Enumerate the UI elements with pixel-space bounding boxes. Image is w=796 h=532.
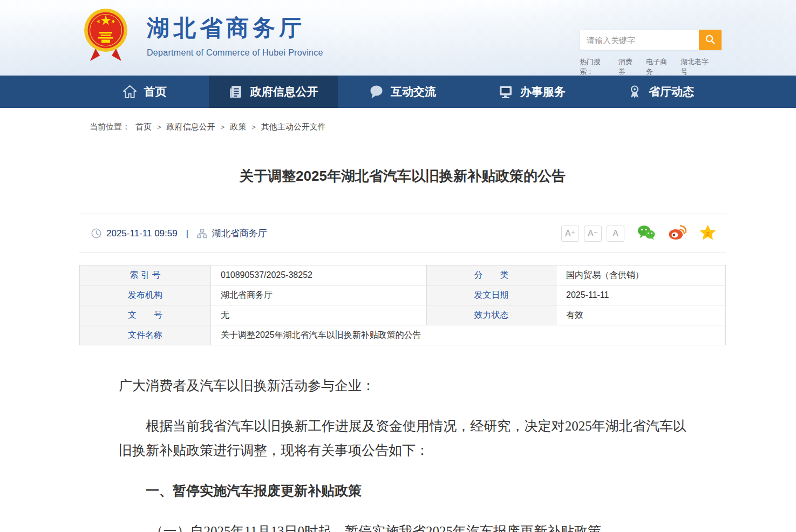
article-body: 广大消费者及汽车以旧换新活动参与企业： 根据当前我省汽车以旧换新工作进展及资金使… (79, 373, 726, 532)
meta-value-doc-no: 无 (211, 305, 427, 325)
hot-search-link-ecommerce[interactable]: 电子商务 (646, 57, 673, 77)
nav-item-services[interactable]: 办事服务 (467, 76, 596, 108)
body-paragraph-1: 根据当前我省汽车以旧换新工作进展及资金使用情况，经研究，决定对2025年湖北省汽… (119, 414, 686, 462)
nav-item-gov-info[interactable]: 政府信息公开 (209, 76, 338, 108)
meta-right: A⁺ A⁻ A (556, 224, 716, 242)
nav-item-label: 互动交流 (391, 84, 436, 99)
article-meta-strip: 2025-11-11 09:59 | 湖北省商务厅 A⁺ A⁻ A (79, 214, 726, 253)
hot-search-link-coupon[interactable]: 消费券 (618, 57, 638, 77)
medal-icon (628, 85, 642, 99)
breadcrumb: 当前位置： 首页 > 政府信息公开 > 政策 > 其他主动公开文件 (0, 108, 796, 132)
table-row: 文件名称 关于调整2025年湖北省汽车以旧换新补贴政策的公告 (80, 325, 726, 345)
meta-value-validity: 有效 (556, 305, 726, 325)
wechat-share-icon[interactable] (637, 225, 655, 242)
breadcrumb-item-gov-info[interactable]: 政府信息公开 (167, 122, 215, 132)
breadcrumb-separator: > (221, 123, 225, 131)
monitor-icon (498, 85, 513, 99)
breadcrumb-separator: > (251, 123, 256, 131)
meta-left: 2025-11-11 09:59 | 湖北省商务厅 (91, 227, 267, 240)
document-icon (229, 85, 243, 99)
qzone-share-icon[interactable]: z (699, 224, 716, 242)
meta-label-issuing-org: 发布机构 (80, 285, 211, 305)
breadcrumb-label: 当前位置： (90, 122, 130, 132)
meta-label-doc-name: 文件名称 (80, 325, 211, 345)
header-search-area: 热门搜索： 消费券 电子商务 湖北老字号 (580, 30, 722, 77)
brand: 湖北省商务厅 Department of Commerce of Hubei P… (147, 13, 323, 58)
nav-item-news[interactable]: 省厅动态 (596, 76, 725, 108)
svg-text:z: z (706, 229, 710, 237)
table-row: 索 引 号 010890537/2025-38252 分 类 国内贸易（含供销） (80, 265, 726, 285)
breadcrumb-item-home[interactable]: 首页 (135, 122, 152, 132)
search-input[interactable] (580, 30, 699, 50)
breadcrumb-item-other-docs[interactable]: 其他主动公开文件 (261, 122, 326, 132)
nav-item-home[interactable]: 首页 (80, 76, 209, 108)
meta-label-index-no: 索 引 号 (80, 265, 211, 285)
nav-item-label: 省厅动态 (649, 84, 694, 99)
meta-divider: | (186, 229, 188, 238)
search-button[interactable] (699, 30, 722, 50)
site-title: 湖北省商务厅 (147, 13, 323, 43)
clock-icon (91, 228, 106, 238)
search-icon (705, 34, 716, 46)
site-header: 湖北省商务厅 Department of Commerce of Hubei P… (0, 0, 796, 76)
body-heading-1: 一、暂停实施汽车报废更新补贴政策 (119, 479, 686, 503)
nav-inner: 首页 政府信息公开 (80, 76, 725, 108)
main-nav: 首页 政府信息公开 (0, 76, 796, 108)
body-salutation: 广大消费者及汽车以旧换新活动参与企业： (119, 373, 686, 398)
weibo-share-icon[interactable] (668, 224, 686, 242)
page: 湖北省商务厅 Department of Commerce of Hubei P… (0, 0, 796, 532)
meta-label-issue-date: 发文日期 (427, 285, 556, 305)
meta-value-index-no: 010890537/2025-38252 (211, 265, 427, 285)
nav-item-interaction[interactable]: 互动交流 (338, 76, 467, 108)
meta-value-issue-date: 2025-11-11 (556, 285, 726, 305)
breadcrumb-separator: > (157, 123, 161, 131)
font-smaller-button[interactable]: A⁻ (584, 226, 602, 242)
meta-value-issuing-org: 湖北省商务厅 (211, 285, 427, 305)
table-row: 文 号 无 效力状态 有效 (80, 305, 726, 325)
site-subtitle: Department of Commerce of Hubei Province (147, 48, 323, 58)
meta-value-category: 国内贸易（含供销） (556, 265, 726, 285)
org-sitemap-icon (197, 229, 212, 238)
meta-value-doc-name: 关于调整2025年湖北省汽车以旧换新补贴政策的公告 (211, 325, 726, 345)
table-row: 发布机构 湖北省商务厅 发文日期 2025-11-11 (80, 285, 726, 305)
national-emblem-icon (84, 6, 128, 62)
hot-search-link-brands[interactable]: 湖北老字号 (681, 57, 714, 77)
meta-label-doc-no: 文 号 (80, 305, 211, 325)
meta-label-category: 分 类 (427, 265, 556, 285)
nav-item-label: 政府信息公开 (250, 84, 318, 99)
article-source: 湖北省商务厅 (212, 227, 267, 240)
breadcrumb-item-policy[interactable]: 政策 (230, 122, 246, 132)
body-paragraph-2: （一）自2025年11月13日0时起，暂停实施我省2025年汽车报废更新补贴政策… (119, 519, 686, 532)
home-icon (123, 85, 137, 99)
font-larger-button[interactable]: A⁺ (561, 226, 579, 242)
font-reset-button[interactable]: A (607, 226, 624, 242)
hot-search: 热门搜索： 消费券 电子商务 湖北老字号 (580, 57, 722, 77)
hot-search-label: 热门搜索： (580, 57, 613, 77)
document-meta-table: 索 引 号 010890537/2025-38252 分 类 国内贸易（含供销）… (79, 265, 726, 345)
nav-item-label: 首页 (144, 84, 167, 99)
speech-bubble-icon (369, 85, 384, 99)
article-content: 关于调整2025年湖北省汽车以旧换新补贴政策的公告 2025-11-11 09:… (79, 167, 726, 532)
article-title: 关于调整2025年湖北省汽车以旧换新补贴政策的公告 (79, 167, 726, 186)
meta-label-validity: 效力状态 (427, 305, 556, 325)
nav-item-label: 办事服务 (520, 84, 566, 99)
search-bar (580, 30, 722, 50)
publish-time: 2025-11-11 09:59 (106, 228, 178, 239)
